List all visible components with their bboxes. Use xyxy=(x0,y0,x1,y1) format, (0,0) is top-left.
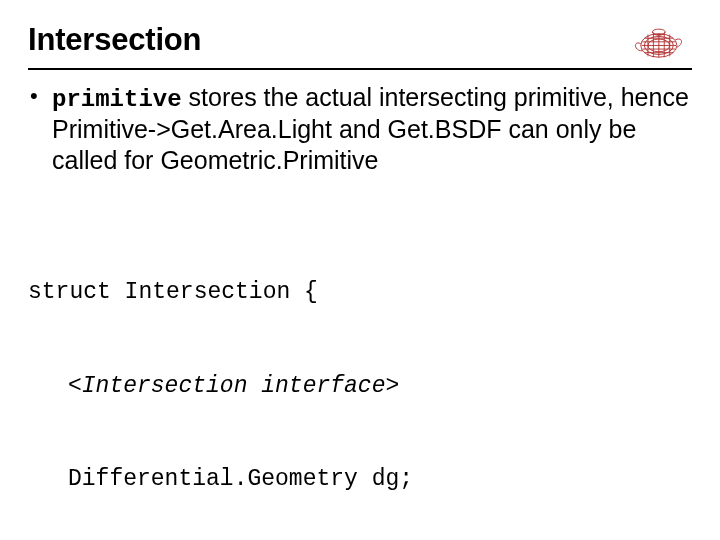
slide: Intersection xyxy=(0,0,720,540)
title-divider xyxy=(28,68,692,70)
title-row: Intersection xyxy=(28,18,692,62)
bullet-code-word: primitive xyxy=(52,86,182,113)
bullet-marker: • xyxy=(28,82,52,111)
code-line: <Intersection interface> xyxy=(28,371,692,402)
code-block: struct Intersection { <Intersection inte… xyxy=(28,215,692,540)
teapot-icon xyxy=(628,18,686,62)
slide-body: • primitive stores the actual intersecti… xyxy=(28,82,692,540)
bullet-text: primitive stores the actual intersecting… xyxy=(52,82,692,175)
slide-title: Intersection xyxy=(28,22,201,58)
code-line: Differential.Geometry dg; xyxy=(28,464,692,495)
bullet-item: • primitive stores the actual intersecti… xyxy=(28,82,692,175)
code-line: struct Intersection { xyxy=(28,277,692,308)
